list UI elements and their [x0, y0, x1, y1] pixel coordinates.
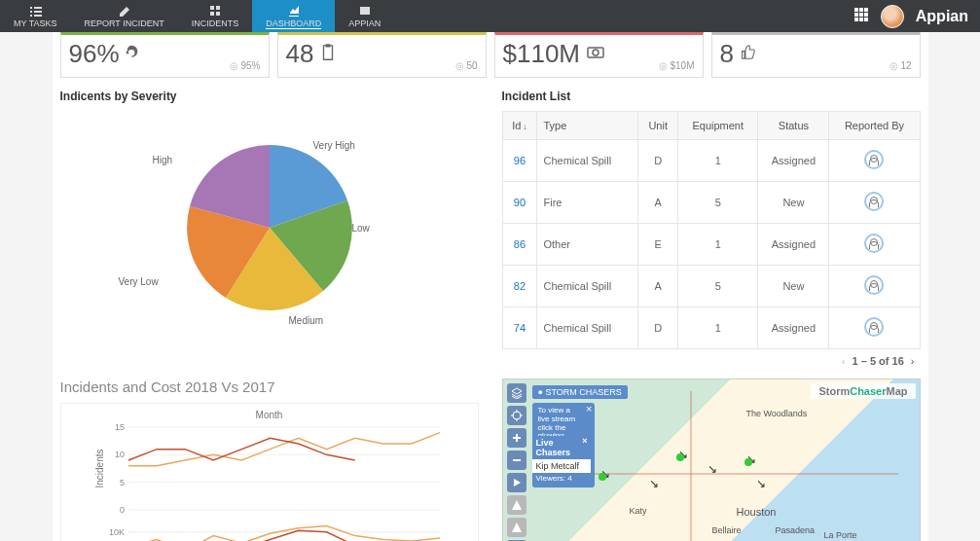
nav-incidents[interactable]: INCIDENTS	[178, 0, 253, 32]
incident-id[interactable]: 86	[502, 224, 537, 266]
nav-appian[interactable]: APPIAN	[335, 0, 394, 32]
kpi-card: 96% 95%	[60, 32, 270, 78]
pie-label: High	[153, 155, 173, 165]
close-icon[interactable]: ×	[582, 436, 587, 446]
col-type[interactable]: Type	[537, 112, 638, 140]
incident-reporter[interactable]	[829, 266, 920, 307]
incident-unit: D	[638, 140, 678, 182]
apps-icon[interactable]	[853, 7, 869, 25]
kpi-card: 8 12	[711, 32, 921, 78]
incident-reporter[interactable]	[829, 307, 920, 349]
city-label: The Woodlands	[746, 409, 808, 418]
kpi-value: $110M	[503, 39, 581, 69]
window-icon	[358, 4, 372, 18]
col-equipment[interactable]: Equipment	[678, 112, 758, 140]
thumbs-up-icon	[740, 44, 761, 65]
pager-prev[interactable]: ‹	[838, 355, 850, 367]
nav-label: DASHBOARD	[266, 18, 321, 29]
person-icon	[864, 317, 884, 337]
incident-status: Assigned	[758, 140, 829, 182]
kpi-value: 48	[286, 39, 314, 69]
incident-reporter[interactable]	[829, 224, 920, 266]
month-label: Month	[61, 410, 478, 420]
table-row: 74Chemical SpillD1Assigned	[502, 307, 920, 349]
map-marker[interactable]	[649, 477, 659, 487]
kpi-card: 48 50	[277, 32, 487, 78]
incident-type: Chemical Spill	[537, 266, 638, 307]
line-chart[interactable]: Month 051015Incidents0K5K10KCostJanFebMa…	[60, 403, 479, 541]
nav-dashboard[interactable]: DASHBOARD	[252, 0, 335, 32]
city-label: La Porte	[824, 530, 857, 540]
pie-label: Medium	[289, 315, 324, 326]
kpi-row: 96% 95% 48 50 $110M $10M 8 12	[60, 32, 921, 78]
sort-desc-icon: ↓	[523, 122, 527, 131]
chaser-name[interactable]: Kip Metcalf	[532, 459, 591, 473]
kpi-card: $110M $10M	[494, 32, 704, 78]
pager-next[interactable]: ›	[907, 355, 919, 367]
city-label: Katy	[630, 506, 647, 516]
nav-report-incident[interactable]: REPORT INCIDENT	[71, 0, 178, 32]
incident-equipment: 1	[678, 307, 758, 349]
incident-id[interactable]: 90	[502, 182, 537, 224]
map-marker[interactable]	[600, 467, 610, 477]
map-marker[interactable]	[678, 448, 688, 457]
map-warn-btn[interactable]	[507, 495, 526, 515]
table-row: 82Chemical SpillA5New	[502, 266, 920, 307]
map-marker[interactable]	[756, 477, 766, 487]
incident-status: New	[758, 182, 829, 224]
map-toolbar: e	[507, 383, 526, 541]
nav-my-tasks[interactable]: MY TASKS	[0, 0, 71, 32]
map-chip[interactable]: ● STORM CHASERS	[532, 385, 628, 399]
col-unit[interactable]: Unit	[638, 112, 678, 140]
incident-status: Assigned	[758, 307, 829, 349]
avatar[interactable]	[881, 5, 904, 28]
incident-equipment: 1	[678, 140, 758, 182]
city-label: Houston	[737, 506, 777, 518]
table-row: 96Chemical SpillD1Assigned	[502, 140, 920, 182]
incident-unit: A	[638, 182, 678, 224]
map-marker[interactable]	[708, 462, 717, 472]
kpi-target: 95%	[230, 60, 261, 71]
incident-id[interactable]: 96	[502, 140, 537, 182]
incident-unit: E	[638, 224, 678, 266]
city-label: Pasadena	[776, 525, 816, 535]
incident-status: New	[758, 266, 829, 307]
pager: ‹ 1 – 5 of 16 ›	[502, 349, 921, 367]
incident-type: Fire	[537, 182, 638, 224]
incident-unit: D	[638, 307, 678, 349]
nav-label: REPORT INCIDENT	[85, 18, 164, 28]
kpi-target: 50	[455, 60, 478, 71]
map-zoom-out-btn[interactable]	[507, 451, 526, 470]
svg-text:0: 0	[119, 505, 124, 515]
incident-type: Other	[537, 224, 638, 266]
incident-id[interactable]: 74	[502, 307, 537, 349]
incident-status: Assigned	[758, 224, 829, 266]
pencil-icon	[118, 4, 131, 18]
map-popup: Live Chasers× Kip Metcalf Viewers: 4	[532, 436, 591, 484]
incident-equipment: 5	[678, 182, 758, 224]
kpi-target: $10M	[659, 60, 695, 71]
chart-icon	[287, 4, 301, 18]
city-label: Bellaire	[712, 525, 742, 535]
close-icon[interactable]: ×	[586, 403, 592, 415]
map-zoom-in-btn[interactable]	[507, 428, 526, 448]
map-marker[interactable]	[746, 452, 756, 462]
incident-equipment: 1	[678, 224, 758, 266]
map-brand: StormChaserMap	[811, 383, 915, 399]
map-target-btn[interactable]	[507, 406, 526, 425]
incident-reporter[interactable]	[829, 182, 920, 224]
incident-type: Chemical Spill	[537, 140, 638, 182]
svg-text:5: 5	[119, 478, 124, 487]
kpi-value: 96%	[69, 39, 120, 69]
map-warn2-btn[interactable]	[507, 518, 526, 537]
nav-label: INCIDENTS	[192, 18, 239, 28]
incident-reporter[interactable]	[829, 140, 920, 182]
map-widget[interactable]: e ● STORM CHASERS To view a live stream …	[502, 379, 921, 541]
incident-id[interactable]: 82	[502, 266, 537, 307]
pie-chart[interactable]: Very High Low Medium Very Low High	[60, 111, 479, 335]
map-layers-btn[interactable]	[507, 383, 526, 403]
map-play-btn[interactable]	[507, 473, 526, 492]
col-reportedby[interactable]: Reported By	[829, 112, 920, 140]
col-status[interactable]: Status	[758, 112, 829, 140]
col-id[interactable]: Id↓	[502, 112, 537, 140]
